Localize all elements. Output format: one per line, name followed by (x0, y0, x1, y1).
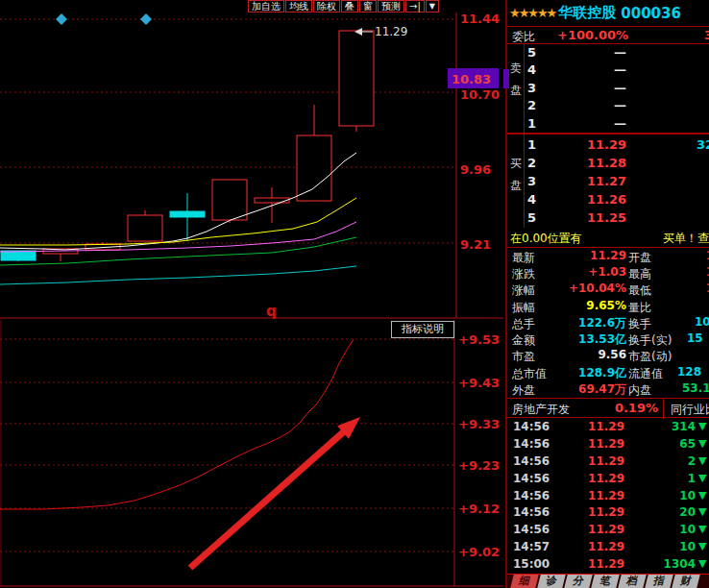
level-number: 1 (527, 137, 536, 152)
stock-name: 华联控股 (558, 4, 616, 22)
quote-panel: ★★★★★ 华联控股 000036 委比 +100.00% 3 卖盘 买盘 5—… (505, 0, 709, 588)
tick-volume: 65 (630, 437, 696, 451)
stock-app-window: 11.2911.4410.8310.709.969.21q+9.53+9.43+… (0, 0, 709, 588)
sell-orderbook: 5—4—3—2—1— (507, 44, 709, 135)
tick-price: 11.29 (563, 540, 624, 553)
indicator-help-button[interactable]: 指标说明 (391, 321, 454, 338)
candle-body (255, 198, 289, 203)
ma-line-2 (0, 198, 356, 245)
sell-tick-arrow-icon: ▼ (698, 489, 706, 502)
price-value: — (565, 81, 626, 95)
quote-label: 总手 (512, 316, 535, 332)
toolbar-button-6[interactable]: 预测 (378, 0, 404, 12)
level-number: 3 (527, 174, 536, 188)
tick-row: 14:5611.2965▼ (507, 436, 709, 453)
sell-tick-arrow-icon: ▼ (698, 505, 706, 518)
panel-tab-6[interactable]: 指 (645, 575, 672, 588)
quote-label: 外盘 (512, 382, 535, 399)
level-number: 2 (527, 98, 536, 112)
level-number: 5 (527, 210, 536, 225)
quote-value: 122.6万 (546, 315, 626, 331)
event-diamond-icon (56, 13, 67, 25)
buy-row-1: 111.2932 (507, 136, 709, 155)
quote-row: 总市值128.9亿流通值128 (507, 365, 709, 381)
candle-body (1, 251, 36, 260)
tick-time: 14:56 (513, 454, 550, 468)
quote-label: 最高 (628, 266, 651, 282)
quote-value: 128.9亿 (546, 365, 626, 381)
tick-price: 11.29 (563, 472, 624, 485)
tick-volume: 314 (630, 420, 696, 433)
lower-axis-label: +9.02 (458, 545, 500, 559)
tick-time: 14:56 (513, 505, 550, 519)
watermark-glyph: q (266, 303, 277, 320)
quote-value-clipped: 53.1 (682, 381, 709, 395)
toolbar-button-5[interactable]: 窗 (359, 0, 377, 12)
quote-label: 量比 (628, 300, 651, 316)
quote-row: 最新11.29开盘1 (507, 249, 709, 265)
panel-tab-1[interactable]: 细 (510, 575, 538, 588)
jump-to-latest-icon[interactable]: →| (405, 0, 425, 12)
quote-row: 金额13.53亿换手(实)15 (507, 331, 709, 348)
stock-code: 000036 (621, 5, 681, 22)
tick-price: 11.29 (563, 489, 624, 502)
trend-arrow-shaft (190, 429, 346, 568)
tick-volume: 10 (630, 540, 696, 553)
toolbar-button-4[interactable]: 叠 (341, 0, 358, 12)
upper-axis-label: 9.21 (460, 237, 491, 252)
quote-label: 开盘 (628, 250, 651, 266)
ma-line-3 (0, 222, 356, 252)
buy-orderbook: 111.2932211.28311.27411.26511.25 (507, 136, 709, 228)
tick-time: 14:56 (513, 489, 550, 502)
view-orders-link[interactable]: 买单！查看 (663, 231, 709, 247)
tick-price: 11.29 (563, 523, 624, 536)
quote-label: 总市值 (512, 366, 547, 382)
chevron-down-icon[interactable]: ▼ (426, 0, 439, 12)
tick-time: 15:00 (513, 557, 550, 571)
candle-body (170, 211, 205, 217)
kline-and-indicator-chart[interactable]: 11.2911.4410.8310.709.969.21q+9.53+9.43+… (0, 0, 503, 588)
lower-axis-label: +9.33 (458, 417, 500, 431)
tick-time: 14:56 (513, 420, 550, 433)
tick-price: 11.29 (563, 557, 624, 571)
weibi-label: 委比 (512, 29, 535, 45)
quote-value: +1.03 (546, 265, 626, 279)
quote-label: 内盘 (628, 382, 651, 399)
tick-row: 14:5611.2910▼ (507, 522, 709, 539)
quote-details: 最新11.29开盘1涨跌+1.03最高1涨幅+10.04%最低1振幅9.65%量… (507, 249, 709, 398)
tick-time: 14:56 (513, 472, 550, 485)
sector-name[interactable]: 房地产开发 (512, 402, 570, 418)
volume-value-clipped: 32 (697, 137, 709, 152)
rating-stars-icon: ★★★★★ (509, 6, 555, 20)
candle-body (128, 215, 162, 241)
toolbar-button-3[interactable]: 除权 (313, 0, 340, 12)
annotation-price-label: 11.29 (375, 25, 407, 38)
tick-volume: 1304 (630, 557, 696, 571)
panel-tab-5[interactable]: 档 (618, 575, 646, 588)
price-value: 11.25 (565, 210, 626, 225)
price-value: 11.29 (565, 137, 626, 152)
quote-label: 振幅 (512, 300, 535, 316)
panel-tab-4[interactable]: 笔 (591, 575, 619, 588)
panel-tab-7[interactable]: 财 (672, 575, 699, 588)
quote-value-clipped: 128 (677, 365, 701, 379)
tick-volume: 1 (630, 472, 696, 485)
tick-time: 14:57 (513, 540, 550, 553)
toolbar-button-1[interactable]: 加自选 (248, 0, 284, 12)
quote-row: 市盈9.56市盈(动) (507, 348, 709, 364)
buy-row-3: 311.27 (507, 173, 709, 191)
toolbar-button-2[interactable]: 均线 (285, 0, 312, 12)
lower-axis-label: +9.23 (458, 458, 500, 473)
order-hint-text: 在0.00位置有 (510, 231, 582, 247)
stock-header: ★★★★★ 华联控股 000036 (507, 0, 709, 26)
panel-tab-3[interactable]: 分 (564, 575, 592, 588)
candle-body (297, 135, 331, 201)
quote-value-clipped: 10 (695, 315, 709, 329)
upper-axis-label: 10.70 (460, 87, 500, 102)
sector-compare-link[interactable]: 同行业比 (671, 402, 709, 418)
panel-tab-2[interactable]: 诊 (537, 575, 565, 588)
sell-row-3: 3— (507, 80, 709, 97)
quote-label: 金额 (512, 332, 535, 349)
tick-row: 14:5611.29314▼ (507, 419, 709, 436)
quote-label: 涨跌 (512, 266, 535, 282)
